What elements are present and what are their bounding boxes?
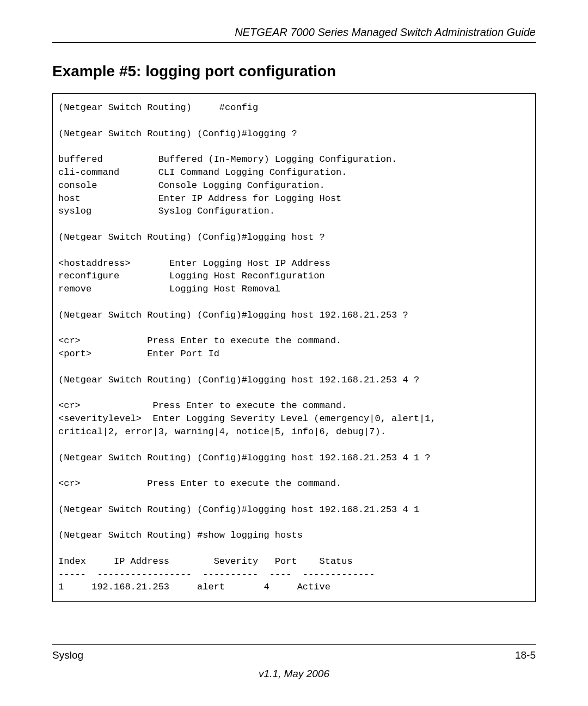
footer-page-number: 18-5	[515, 649, 536, 661]
section-heading: Example #5: logging port configuration	[52, 63, 536, 80]
footer-section-name: Syslog	[52, 649, 83, 661]
footer-version: v1.1, May 2006	[52, 668, 536, 680]
footer-rule	[52, 644, 536, 645]
header-title: NETGEAR 7000 Series Managed Switch Admin…	[52, 26, 536, 43]
page-footer: Syslog 18-5 v1.1, May 2006	[52, 644, 536, 680]
code-block: (Netgear Switch Routing) #config (Netgea…	[52, 93, 536, 602]
